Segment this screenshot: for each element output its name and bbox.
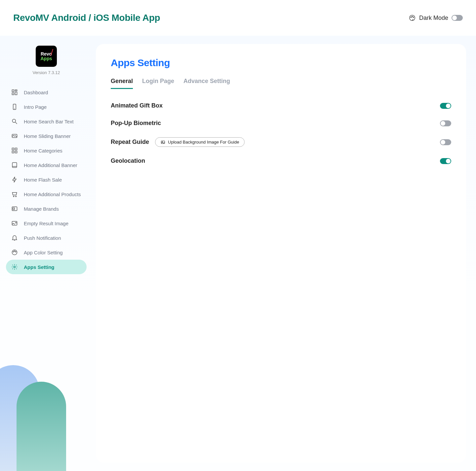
svg-rect-17	[12, 163, 17, 168]
upload-button-label: Upload Background Image For Guide	[168, 140, 239, 145]
sidebar-item-label: Home Sliding Banner	[24, 133, 71, 139]
sidebar: Revo Apps Version 7.3.12 DashboardIntro …	[0, 36, 93, 471]
setting-label: Geolocation	[111, 157, 145, 164]
svg-rect-14	[15, 148, 17, 150]
svg-rect-6	[15, 92, 17, 95]
bell-icon	[11, 235, 18, 241]
header: RevoMV Android / iOS Mobile App Dark Mod…	[0, 0, 476, 36]
svg-rect-4	[12, 90, 14, 92]
decoration-teal	[17, 382, 66, 471]
body: Revo Apps Version 7.3.12 DashboardIntro …	[0, 36, 476, 471]
search-icon	[11, 118, 18, 125]
settings-card: Apps Setting GeneralLogin PageAdvance Se…	[96, 44, 466, 463]
dashboard-icon	[11, 89, 18, 96]
cart-icon	[11, 191, 18, 197]
svg-point-19	[13, 196, 14, 197]
sidebar-item-label: Intro Page	[24, 104, 47, 110]
upload-background-button[interactable]: Upload Background Image For Guide	[155, 137, 245, 147]
sidebar-item-label: Dashboard	[24, 90, 48, 95]
sidebar-item-manage-brands[interactable]: Manage Brands	[6, 201, 87, 216]
setting-row-pop-up-biometric: Pop-Up Biometric	[111, 114, 451, 132]
setting-row-animated-gift-box: Animated Gift Box	[111, 97, 451, 114]
toggle-animated-gift-box[interactable]	[440, 103, 451, 109]
setting-row-repeat-guide: Repeat GuideUpload Background Image For …	[111, 132, 451, 152]
toggle-repeat-guide[interactable]	[440, 139, 451, 145]
sidebar-item-intro-page[interactable]: Intro Page	[6, 100, 87, 114]
sidebar-item-home-categories[interactable]: Home Categories	[6, 143, 87, 158]
tab-advance-setting[interactable]: Advance Setting	[183, 78, 230, 89]
image-icon	[161, 140, 165, 145]
sidebar-item-app-color-setting[interactable]: App Color Setting	[6, 245, 87, 260]
svg-rect-5	[15, 90, 17, 91]
sidebar-item-label: Push Notification	[24, 235, 61, 241]
sidebar-item-dashboard[interactable]: Dashboard	[6, 85, 87, 100]
svg-point-10	[12, 119, 16, 122]
version-label: Version 7.3.12	[32, 70, 60, 75]
palette-icon	[409, 14, 416, 21]
sidebar-item-label: App Color Setting	[24, 250, 63, 255]
setting-row-geolocation: Geolocation	[111, 152, 451, 170]
svg-point-31	[14, 266, 16, 268]
dark-mode-toggle[interactable]	[452, 15, 463, 21]
sidebar-item-label: Home Additional Products	[24, 192, 81, 197]
svg-rect-22	[13, 208, 15, 210]
sidebar-item-home-flash-sale[interactable]: Home Flash Sale	[6, 172, 87, 187]
svg-point-28	[13, 251, 14, 252]
brand-icon	[11, 205, 18, 212]
sidebar-item-label: Home Search Bar Text	[24, 119, 74, 124]
svg-rect-16	[15, 151, 17, 153]
dark-mode-group: Dark Mode	[409, 14, 463, 21]
setting-label: Pop-Up Biometric	[111, 120, 161, 127]
svg-point-29	[14, 251, 15, 251]
settings-list: Animated Gift BoxPop-Up BiometricRepeat …	[111, 97, 451, 170]
logo-wrap: Revo Apps Version 7.3.12	[0, 46, 93, 75]
svg-rect-7	[12, 93, 14, 95]
setting-label: Animated Gift Box	[111, 102, 163, 109]
app-logo: Revo Apps	[36, 46, 57, 67]
svg-rect-32	[161, 141, 165, 143]
svg-point-2	[412, 16, 413, 17]
sidebar-item-empty-result-image[interactable]: Empty Result Image	[6, 216, 87, 231]
toggle-geolocation[interactable]	[440, 158, 451, 164]
sidebar-nav: DashboardIntro PageHome Search Bar TextH…	[0, 85, 93, 274]
banner-icon	[11, 133, 18, 139]
main: Apps Setting GeneralLogin PageAdvance Se…	[93, 36, 476, 471]
dark-mode-label: Dark Mode	[419, 15, 448, 21]
sidebar-item-label: Empty Result Image	[24, 221, 68, 226]
svg-line-11	[16, 122, 17, 124]
sidebar-item-label: Apps Setting	[24, 264, 55, 270]
page-title: RevoMV Android / iOS Mobile App	[13, 13, 160, 23]
sidebar-item-home-additional-banner[interactable]: Home Additional Banner	[6, 158, 87, 172]
sidebar-item-label: Manage Brands	[24, 206, 59, 212]
sidebar-item-label: Home Additional Banner	[24, 162, 77, 168]
palette-icon	[11, 249, 18, 256]
svg-rect-13	[12, 148, 14, 150]
sidebar-item-apps-setting[interactable]: Apps Setting	[6, 260, 87, 274]
tabs: GeneralLogin PageAdvance Setting	[111, 78, 451, 89]
sidebar-item-home-additional-products[interactable]: Home Additional Products	[6, 187, 87, 201]
bolt-icon	[11, 176, 18, 183]
grid-icon	[11, 147, 18, 154]
tablet-icon	[11, 162, 18, 168]
gear-icon	[11, 264, 18, 270]
card-title: Apps Setting	[111, 57, 451, 68]
setting-label: Repeat Guide	[111, 139, 149, 146]
toggle-pop-up-biometric[interactable]	[440, 120, 451, 126]
svg-point-3	[413, 17, 414, 18]
sidebar-item-home-sliding-banner[interactable]: Home Sliding Banner	[6, 129, 87, 143]
sidebar-item-label: Home Categories	[24, 148, 62, 153]
tab-general[interactable]: General	[111, 78, 133, 89]
svg-point-30	[15, 251, 16, 252]
phone-icon	[11, 104, 18, 110]
image-x-icon	[11, 220, 18, 227]
svg-point-20	[16, 196, 17, 197]
tab-login-page[interactable]: Login Page	[142, 78, 174, 89]
sidebar-item-home-search-bar-text[interactable]: Home Search Bar Text	[6, 114, 87, 129]
svg-rect-15	[12, 151, 14, 153]
sidebar-item-label: Home Flash Sale	[24, 177, 62, 183]
sidebar-item-push-notification[interactable]: Push Notification	[6, 231, 87, 245]
svg-point-1	[411, 17, 411, 18]
